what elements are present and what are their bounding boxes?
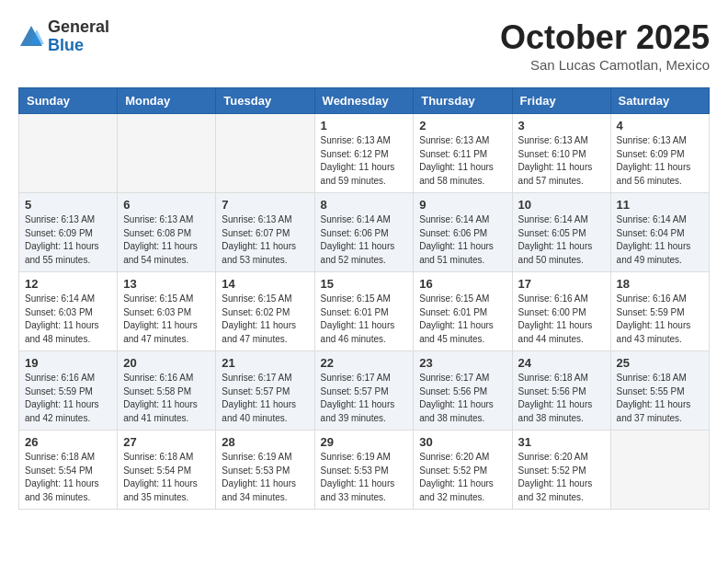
weekday-header: Sunday — [19, 88, 118, 114]
day-number: 13 — [123, 277, 210, 291]
day-number: 2 — [419, 119, 506, 132]
day-info: Sunrise: 6:13 AM Sunset: 6:11 PM Dayligh… — [419, 134, 506, 188]
calendar-cell: 4Sunrise: 6:13 AM Sunset: 6:09 PM Daylig… — [610, 114, 709, 193]
day-info: Sunrise: 6:20 AM Sunset: 5:52 PM Dayligh… — [419, 451, 506, 504]
calendar-cell: 8Sunrise: 6:14 AM Sunset: 6:06 PM Daylig… — [314, 193, 414, 272]
day-info: Sunrise: 6:17 AM Sunset: 5:56 PM Dayligh… — [419, 372, 506, 425]
day-number: 29 — [321, 435, 408, 449]
calendar-cell: 14Sunrise: 6:15 AM Sunset: 6:02 PM Dayli… — [216, 272, 314, 351]
day-info: Sunrise: 6:15 AM Sunset: 6:03 PM Dayligh… — [123, 293, 210, 346]
day-number: 28 — [222, 435, 308, 449]
day-info: Sunrise: 6:13 AM Sunset: 6:07 PM Dayligh… — [222, 213, 308, 267]
calendar-week-row: 19Sunrise: 6:16 AM Sunset: 5:59 PM Dayli… — [19, 351, 710, 431]
day-info: Sunrise: 6:14 AM Sunset: 6:06 PM Dayligh… — [419, 213, 506, 267]
calendar-cell: 10Sunrise: 6:14 AM Sunset: 6:05 PM Dayli… — [512, 193, 610, 272]
day-number: 14 — [222, 277, 308, 291]
day-info: Sunrise: 6:13 AM Sunset: 6:09 PM Dayligh… — [25, 213, 111, 267]
logo: General Blue — [18, 18, 109, 55]
day-number: 30 — [419, 435, 506, 449]
day-info: Sunrise: 6:16 AM Sunset: 5:59 PM Dayligh… — [617, 293, 703, 346]
calendar-cell: 11Sunrise: 6:14 AM Sunset: 6:04 PM Dayli… — [610, 193, 709, 272]
title-block: October 2025 San Lucas Camotlan, Mexico — [500, 18, 710, 73]
logo-blue-label: Blue — [48, 37, 109, 55]
logo-text: General Blue — [48, 18, 109, 55]
calendar-cell: 27Sunrise: 6:18 AM Sunset: 5:54 PM Dayli… — [118, 431, 216, 510]
calendar-cell: 30Sunrise: 6:20 AM Sunset: 5:52 PM Dayli… — [414, 431, 512, 510]
day-number: 1 — [321, 119, 408, 132]
calendar-cell — [19, 114, 118, 193]
day-info: Sunrise: 6:18 AM Sunset: 5:56 PM Dayligh… — [518, 372, 605, 425]
calendar-cell: 15Sunrise: 6:15 AM Sunset: 6:01 PM Dayli… — [314, 272, 414, 351]
day-info: Sunrise: 6:17 AM Sunset: 5:57 PM Dayligh… — [321, 372, 408, 425]
day-number: 10 — [518, 198, 605, 212]
calendar-cell: 29Sunrise: 6:19 AM Sunset: 5:53 PM Dayli… — [314, 431, 414, 510]
day-info: Sunrise: 6:15 AM Sunset: 6:02 PM Dayligh… — [222, 293, 308, 346]
day-number: 24 — [518, 356, 605, 370]
day-number: 17 — [518, 277, 605, 291]
day-number: 11 — [617, 198, 703, 212]
day-number: 19 — [25, 356, 111, 370]
page-header: General Blue October 2025 San Lucas Camo… — [18, 18, 710, 73]
calendar-table: SundayMondayTuesdayWednesdayThursdayFrid… — [18, 87, 710, 510]
weekday-header: Wednesday — [314, 88, 414, 114]
header-row: SundayMondayTuesdayWednesdayThursdayFrid… — [19, 88, 710, 114]
calendar-cell — [216, 114, 314, 193]
weekday-header: Monday — [118, 88, 216, 114]
calendar-cell: 17Sunrise: 6:16 AM Sunset: 6:00 PM Dayli… — [512, 272, 610, 351]
day-number: 4 — [617, 119, 703, 132]
calendar-cell: 5Sunrise: 6:13 AM Sunset: 6:09 PM Daylig… — [19, 193, 118, 272]
day-number: 12 — [25, 277, 111, 291]
weekday-header: Friday — [512, 88, 610, 114]
day-info: Sunrise: 6:13 AM Sunset: 6:10 PM Dayligh… — [518, 134, 605, 188]
calendar-cell: 24Sunrise: 6:18 AM Sunset: 5:56 PM Dayli… — [512, 351, 610, 431]
day-number: 22 — [321, 356, 408, 370]
day-info: Sunrise: 6:14 AM Sunset: 6:04 PM Dayligh… — [617, 213, 703, 267]
weekday-header: Thursday — [414, 88, 512, 114]
calendar-cell — [118, 114, 216, 193]
day-info: Sunrise: 6:13 AM Sunset: 6:08 PM Dayligh… — [123, 213, 210, 267]
day-number: 31 — [518, 435, 605, 449]
day-info: Sunrise: 6:17 AM Sunset: 5:57 PM Dayligh… — [222, 372, 308, 425]
day-info: Sunrise: 6:18 AM Sunset: 5:54 PM Dayligh… — [25, 451, 111, 504]
day-number: 26 — [25, 435, 111, 449]
calendar-week-row: 5Sunrise: 6:13 AM Sunset: 6:09 PM Daylig… — [19, 193, 710, 272]
calendar-cell: 7Sunrise: 6:13 AM Sunset: 6:07 PM Daylig… — [216, 193, 314, 272]
calendar-cell: 1Sunrise: 6:13 AM Sunset: 6:12 PM Daylig… — [314, 114, 414, 193]
day-number: 3 — [518, 119, 605, 132]
day-number: 20 — [123, 356, 210, 370]
calendar-cell: 13Sunrise: 6:15 AM Sunset: 6:03 PM Dayli… — [118, 272, 216, 351]
day-number: 27 — [123, 435, 210, 449]
calendar-cell: 31Sunrise: 6:20 AM Sunset: 5:52 PM Dayli… — [512, 431, 610, 510]
calendar-cell: 6Sunrise: 6:13 AM Sunset: 6:08 PM Daylig… — [118, 193, 216, 272]
calendar-body: 1Sunrise: 6:13 AM Sunset: 6:12 PM Daylig… — [19, 114, 710, 510]
day-number: 7 — [222, 198, 308, 212]
calendar-cell: 3Sunrise: 6:13 AM Sunset: 6:10 PM Daylig… — [512, 114, 610, 193]
day-info: Sunrise: 6:15 AM Sunset: 6:01 PM Dayligh… — [321, 293, 408, 346]
calendar-cell: 26Sunrise: 6:18 AM Sunset: 5:54 PM Dayli… — [19, 431, 118, 510]
day-number: 25 — [617, 356, 703, 370]
calendar-cell: 25Sunrise: 6:18 AM Sunset: 5:55 PM Dayli… — [610, 351, 709, 431]
location-label: San Lucas Camotlan, Mexico — [500, 57, 710, 73]
day-number: 5 — [25, 198, 111, 212]
day-info: Sunrise: 6:19 AM Sunset: 5:53 PM Dayligh… — [222, 451, 308, 504]
day-number: 8 — [321, 198, 408, 212]
calendar-cell: 16Sunrise: 6:15 AM Sunset: 6:01 PM Dayli… — [414, 272, 512, 351]
weekday-header: Saturday — [610, 88, 709, 114]
calendar-cell — [610, 431, 709, 510]
calendar-week-row: 1Sunrise: 6:13 AM Sunset: 6:12 PM Daylig… — [19, 114, 710, 193]
day-info: Sunrise: 6:13 AM Sunset: 6:12 PM Dayligh… — [321, 134, 408, 188]
month-title: October 2025 — [500, 18, 710, 57]
day-number: 9 — [419, 198, 506, 212]
calendar-cell: 18Sunrise: 6:16 AM Sunset: 5:59 PM Dayli… — [610, 272, 709, 351]
day-info: Sunrise: 6:18 AM Sunset: 5:54 PM Dayligh… — [123, 451, 210, 504]
day-number: 21 — [222, 356, 308, 370]
day-info: Sunrise: 6:13 AM Sunset: 6:09 PM Dayligh… — [617, 134, 703, 188]
day-info: Sunrise: 6:14 AM Sunset: 6:05 PM Dayligh… — [518, 213, 605, 267]
logo-icon — [18, 24, 44, 50]
calendar-cell: 28Sunrise: 6:19 AM Sunset: 5:53 PM Dayli… — [216, 431, 314, 510]
calendar-cell: 22Sunrise: 6:17 AM Sunset: 5:57 PM Dayli… — [314, 351, 414, 431]
day-info: Sunrise: 6:14 AM Sunset: 6:06 PM Dayligh… — [321, 213, 408, 267]
day-number: 23 — [419, 356, 506, 370]
day-number: 18 — [617, 277, 703, 291]
logo-general-label: General — [48, 18, 109, 37]
